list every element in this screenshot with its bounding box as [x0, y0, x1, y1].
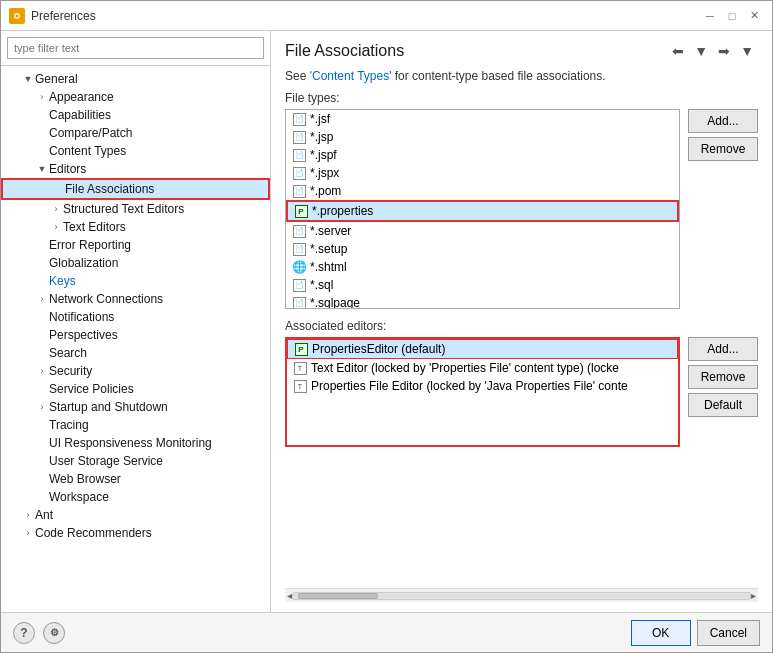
tree-label-security: Security — [49, 364, 92, 378]
tree-item-tracing[interactable]: Tracing — [1, 416, 270, 434]
expand-code-rec-icon: › — [21, 526, 35, 540]
properties-icon: P — [294, 204, 308, 218]
tree-item-general[interactable]: ▼ General — [1, 70, 270, 88]
tree-label-appearance: Appearance — [49, 90, 114, 104]
right-header: File Associations ⬅ ▼ ➡ ▼ — [285, 41, 758, 61]
tree-item-workspace[interactable]: Workspace — [1, 488, 270, 506]
tree-label-notifications: Notifications — [49, 310, 114, 324]
list-item-setup[interactable]: 📄 *.setup — [286, 240, 679, 258]
list-item-shtml[interactable]: 🌐 *.shtml — [286, 258, 679, 276]
expand-appearance-icon: › — [35, 90, 49, 104]
editor-propfile-icon: T — [293, 379, 307, 393]
tree-item-security[interactable]: › Security — [1, 362, 270, 380]
tree-item-content-types[interactable]: Content Types — [1, 142, 270, 160]
tree-item-code-recommenders[interactable]: › Code Recommenders — [1, 524, 270, 542]
tree-label-startup: Startup and Shutdown — [49, 400, 168, 414]
tree-item-keys[interactable]: Keys — [1, 272, 270, 290]
tree-label-text-editors: Text Editors — [63, 220, 126, 234]
tree-item-perspectives[interactable]: Perspectives — [1, 326, 270, 344]
forward-button[interactable]: ➡ — [714, 41, 734, 61]
tree-item-compare-patch[interactable]: Compare/Patch — [1, 124, 270, 142]
expand-ant-icon: › — [21, 508, 35, 522]
list-item-jspf[interactable]: 📄 *.jspf — [286, 146, 679, 164]
list-item-jspx[interactable]: 📄 *.jspx — [286, 164, 679, 182]
scroll-track — [292, 592, 751, 600]
close-button[interactable]: ✕ — [744, 7, 764, 25]
editor-item-properties[interactable]: P PropertiesEditor (default) — [287, 339, 678, 359]
list-item-server[interactable]: 📄 *.server — [286, 222, 679, 240]
maximize-button[interactable]: □ — [722, 7, 742, 25]
tree-item-appearance[interactable]: › Appearance — [1, 88, 270, 106]
ok-button[interactable]: OK — [631, 620, 691, 646]
tree-item-network[interactable]: › Network Connections — [1, 290, 270, 308]
tree-item-ui-responsiveness[interactable]: UI Responsiveness Monitoring — [1, 434, 270, 452]
expand-general-icon: ▼ — [21, 72, 35, 86]
tree-label-perspectives: Perspectives — [49, 328, 118, 342]
remove-editor-button[interactable]: Remove — [688, 365, 758, 389]
tree-label-ui-responsiveness: UI Responsiveness Monitoring — [49, 436, 212, 450]
expand-editors-icon: ▼ — [35, 162, 49, 176]
tree-label-compare-patch: Compare/Patch — [49, 126, 132, 140]
nav-icons: ⬅ ▼ ➡ ▼ — [668, 41, 758, 61]
associated-editors-section: Associated editors: P PropertiesEditor (… — [285, 319, 758, 447]
assoc-buttons: Add... Remove Default — [688, 337, 758, 447]
expand-file-assoc-icon — [51, 182, 65, 196]
filter-input[interactable] — [7, 37, 264, 59]
file-types-list[interactable]: 📄 *.jsf 📄 *.jsp 📄 *.jspf — [285, 109, 680, 309]
tree-label-service-policies: Service Policies — [49, 382, 134, 396]
list-item-properties[interactable]: P *.properties — [286, 200, 679, 222]
cancel-button[interactable]: Cancel — [697, 620, 760, 646]
add-file-type-button[interactable]: Add... — [688, 109, 758, 133]
back-button[interactable]: ⬅ — [668, 41, 688, 61]
page-title: File Associations — [285, 42, 404, 60]
list-item-pom[interactable]: 📄 *.pom — [286, 182, 679, 200]
editor-item-text[interactable]: T Text Editor (locked by 'Properties Fil… — [287, 359, 678, 377]
file-types-container: 📄 *.jsf 📄 *.jsp 📄 *.jspf — [285, 109, 758, 309]
expand-compare-icon — [35, 126, 49, 140]
nav-dropdown-button[interactable]: ▼ — [690, 41, 712, 61]
tree-item-ant[interactable]: › Ant — [1, 506, 270, 524]
bottom-bar: ? ⚙ OK Cancel — [1, 612, 772, 652]
settings-button[interactable]: ⚙ — [43, 622, 65, 644]
tree-item-globalization[interactable]: Globalization — [1, 254, 270, 272]
tree-item-capabilities[interactable]: Capabilities — [1, 106, 270, 124]
tree-label-search: Search — [49, 346, 87, 360]
tree-item-error-reporting[interactable]: Error Reporting — [1, 236, 270, 254]
expand-error-icon — [35, 238, 49, 252]
tree-item-editors[interactable]: ▼ Editors — [1, 160, 270, 178]
remove-file-type-button[interactable]: Remove — [688, 137, 758, 161]
list-item-sqlpage[interactable]: 📄 *.sqlpage — [286, 294, 679, 309]
nav-dropdown2-button[interactable]: ▼ — [736, 41, 758, 61]
add-editor-button[interactable]: Add... — [688, 337, 758, 361]
scroll-right-icon[interactable]: ▸ — [751, 590, 756, 601]
tree-item-file-associations[interactable]: File Associations — [1, 178, 270, 200]
content-area: ▼ General › Appearance Capabilities Comp… — [1, 31, 772, 612]
title-bar: Preferences ─ □ ✕ — [1, 1, 772, 31]
list-item-jsf[interactable]: 📄 *.jsf — [286, 110, 679, 128]
expand-security-icon: › — [35, 364, 49, 378]
horizontal-scrollbar[interactable]: ◂ ▸ — [285, 588, 758, 602]
server-icon: 📄 — [292, 224, 306, 238]
tree-item-text-editors[interactable]: › Text Editors — [1, 218, 270, 236]
right-panel: File Associations ⬅ ▼ ➡ ▼ See 'Content T… — [271, 31, 772, 612]
tree-item-web-browser[interactable]: Web Browser — [1, 470, 270, 488]
window-controls: ─ □ ✕ — [700, 7, 764, 25]
list-item-jsp[interactable]: 📄 *.jsp — [286, 128, 679, 146]
tree-item-user-storage[interactable]: User Storage Service — [1, 452, 270, 470]
editor-item-properties-file[interactable]: T Properties File Editor (locked by 'Jav… — [287, 377, 678, 395]
associated-editors-list[interactable]: P PropertiesEditor (default) T Text Edit… — [285, 337, 680, 447]
help-button[interactable]: ? — [13, 622, 35, 644]
tree-item-notifications[interactable]: Notifications — [1, 308, 270, 326]
tree-item-startup[interactable]: › Startup and Shutdown — [1, 398, 270, 416]
tree-item-structured-editors[interactable]: › Structured Text Editors — [1, 200, 270, 218]
setup-icon: 📄 — [292, 242, 306, 256]
assoc-list-area: P PropertiesEditor (default) T Text Edit… — [285, 337, 758, 447]
list-item-sql[interactable]: 📄 *.sql — [286, 276, 679, 294]
minimize-button[interactable]: ─ — [700, 7, 720, 25]
tree-label-tracing: Tracing — [49, 418, 89, 432]
tree-item-service-policies[interactable]: Service Policies — [1, 380, 270, 398]
preferences-window: Preferences ─ □ ✕ ▼ General › Appearance — [0, 0, 773, 653]
tree-item-search[interactable]: Search — [1, 344, 270, 362]
default-editor-button[interactable]: Default — [688, 393, 758, 417]
content-types-link[interactable]: 'Content Types' — [310, 69, 392, 83]
